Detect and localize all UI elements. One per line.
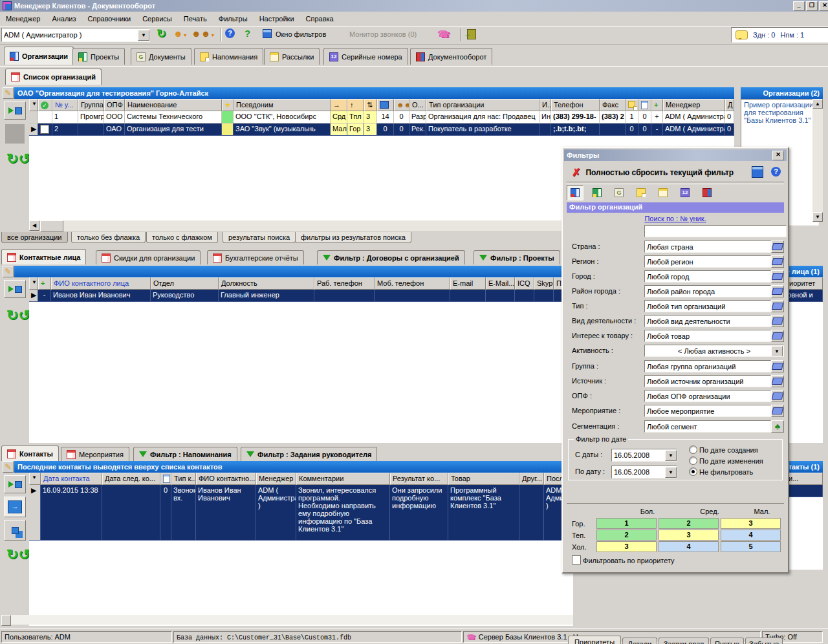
tab-documents[interactable]: GДокументы [131,48,191,65]
field-value[interactable]: Любое мероприятие [644,405,771,417]
field-value[interactable]: Любой вид деятельности [644,315,771,327]
menu-filters[interactable]: Фильтры [213,12,254,25]
open-folder-button[interactable] [771,241,784,253]
persons-run-button[interactable] [4,280,26,298]
star-icon[interactable]: ★ [222,99,234,111]
segment-tree-button[interactable]: ♣ [771,420,784,433]
priority-cell[interactable]: 3 [596,541,657,552]
priority-cell[interactable]: 4 [659,541,719,552]
radio-no-date-filter[interactable]: Не фильтровать [689,467,753,476]
open-folder-button[interactable] [771,285,784,297]
tab-filter-contracts[interactable]: Фильтр : Договоры с организацией [317,250,465,264]
col-header-type[interactable]: Тип к... [171,473,196,485]
radio-by-modification[interactable]: По дате изменения [689,456,763,465]
user-icon[interactable]: ☻▼ [173,28,188,39]
col-header-position[interactable]: Должность [219,277,314,290]
contact-row-selected[interactable]: ▶ 16.09.2015 13:38 0 Звонок вх. Иванов И… [29,485,573,541]
col-header-name[interactable]: Наименование [125,99,222,111]
users-icon[interactable]: ☻☻▼ [191,28,215,39]
phones-icon[interactable]: ☎ [437,28,448,39]
col-header-group[interactable]: Группа [78,99,104,111]
col-header-work-phone[interactable]: Раб. телефон [314,277,375,290]
speech-bubble-icon[interactable] [735,30,748,39]
col-header-fio[interactable]: ФИО контактного лица [51,277,151,290]
sheet-tab-all-orgs[interactable]: все организации [1,232,68,243]
col-header-d[interactable]: Д▲ [725,99,734,111]
field-value[interactable]: Любой тип организаций [644,300,771,312]
contacts-run-button[interactable] [4,475,26,493]
filter-search-input[interactable] [644,225,787,237]
col-header-skype[interactable]: Skype [534,277,554,290]
col-header-date[interactable]: Дата контакта [41,473,102,485]
activity-combobox[interactable]: < Любая активность >▼ [644,345,784,357]
search-by-unique-link[interactable]: Поиск по : № уник. [644,215,706,222]
doc-icon[interactable] [160,473,171,485]
scroll-left-icon[interactable]: ◀ [29,220,39,231]
tab-events[interactable]: Мероприятия [61,447,129,461]
scroll-thumb[interactable] [40,220,63,232]
tab-reminders[interactable]: Напоминания [194,48,263,65]
col-header-manager[interactable]: Менеджер [256,473,296,485]
open-folder-button[interactable] [771,405,784,417]
sheet-tab-search-results[interactable]: результаты поиска [223,232,296,243]
priority-cell[interactable]: 3 [659,530,719,541]
col-header-opf[interactable]: ОПФ [104,99,125,111]
edit-note-button[interactable]: ✎ [3,266,14,277]
col-header-manager[interactable]: Менеджер [663,99,725,111]
user-combobox-arrow[interactable]: ▼ [138,30,149,41]
filter-arrow-icon[interactable]: ▼ [29,99,38,111]
menu-services[interactable]: Сервисы [136,12,178,25]
chevron-down-icon[interactable]: ▼ [665,450,677,461]
menu-settings[interactable]: Настройки [254,12,300,25]
doc-icon[interactable] [638,99,651,111]
persons-refresh-icon[interactable]: ↻↺ [6,309,30,322]
user-combobox[interactable]: ADM ( Администратор ) ▼ [1,28,150,42]
reset-filter-button[interactable]: Полностью сбросить текущий фильтр [585,168,734,177]
col-header-fax[interactable]: Факс [600,99,626,111]
col-header-mobile[interactable]: Моб. телефон [375,277,450,290]
field-value[interactable]: Любой сегмент [644,420,771,433]
help-icon[interactable]: ? [225,28,235,38]
field-value[interactable]: Любая группа организаций [644,360,771,372]
tab-organizations[interactable]: Организации [4,47,74,65]
col-header-email[interactable]: E-mail [450,277,486,290]
tab-contact-persons[interactable]: Контактные лица [1,249,86,264]
exit-icon[interactable] [467,29,476,39]
minimize-button[interactable]: _ [793,1,805,11]
tab-details[interactable]: Детали [622,638,657,644]
sheet-tab-with-flag[interactable]: только с флажком [146,232,218,243]
tab-filter-reminders[interactable]: Фильтр : Напоминания [133,447,237,461]
priority-cell[interactable]: 2 [596,530,657,541]
filter-window-button[interactable]: Окно фильтров [276,30,326,38]
tab-rights-requests[interactable]: Заявки прав [659,638,709,644]
priority-cell[interactable]: 3 [721,518,781,529]
col-header-other[interactable]: Друг... [519,473,544,485]
org-color-box[interactable] [5,124,25,144]
filter-cat-mailings-button[interactable] [655,185,671,200]
org-run-button[interactable] [4,102,26,120]
open-folder-button[interactable] [771,300,784,312]
col-header-phone[interactable]: Телефон [551,99,600,111]
filter-window-icon[interactable] [263,29,272,38]
filter-cat-reminders-button[interactable] [633,185,649,200]
filter-arrow-icon[interactable]: ▼ [29,473,41,485]
filter-cat-serials-button[interactable]: 12 [677,185,693,200]
tab-accounting-reports[interactable]: Бухгалтерские отчёты [207,250,304,264]
chevron-down-icon[interactable]: ▼ [665,467,677,478]
col-header-result[interactable]: Результат ко... [390,473,448,485]
open-folder-button[interactable] [771,315,784,327]
field-value[interactable]: Любой город [644,270,771,283]
org-note-scrollbar[interactable]: ▲ ▼ [812,99,823,222]
filter-settings-icon[interactable] [752,166,763,178]
field-value[interactable]: Любой товар [644,330,771,342]
priority-icon[interactable]: ⇅ [364,99,377,111]
org-refresh-icon[interactable]: ↻↺ [6,153,30,166]
cascade-button[interactable] [4,520,26,541]
open-folder-button[interactable] [771,270,784,283]
priority-cell[interactable]: 2 [659,518,719,529]
col-header-fio[interactable]: ФИО контактно... [196,473,256,485]
field-value[interactable]: Любой источник организаций [644,375,771,387]
refresh-icon[interactable]: ↻ [157,27,166,40]
tab-mailings[interactable]: Рассылки [264,48,320,65]
tab-priorities[interactable]: Приоритеты [568,636,621,644]
